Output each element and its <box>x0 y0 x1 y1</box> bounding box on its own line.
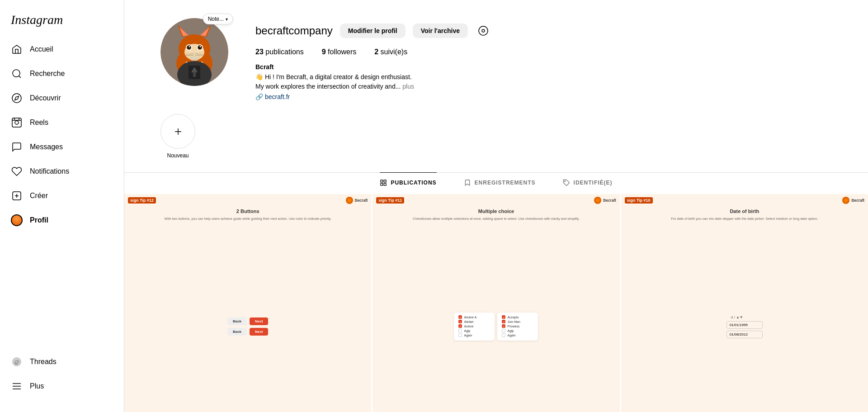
mock-back-btn2: Back <box>227 328 247 336</box>
post-title: 2 Buttons <box>124 207 371 216</box>
post-title: Date of birth <box>621 207 868 216</box>
post-author-avatar <box>594 197 601 204</box>
sidebar-item-label: Accueil <box>30 45 53 53</box>
svg-point-1 <box>12 94 21 103</box>
post-item[interactable]: sign Tip #12 Becraft 2 Buttons With two … <box>124 194 371 412</box>
post-item[interactable]: sign Tip #11 Becraft Multiple choice Che… <box>373 194 619 412</box>
post-title: Multiple choice <box>373 207 619 216</box>
post-top-bar: sign Tip #11 Becraft <box>373 194 619 207</box>
post-desc: With two buttons, you can help users ach… <box>124 216 371 222</box>
svg-point-30 <box>190 56 199 62</box>
sidebar-bottom: @ Threads Plus <box>5 350 118 407</box>
heart-icon <box>11 166 23 177</box>
archive-button[interactable]: Voir l'archive <box>413 24 468 38</box>
svg-rect-37 <box>381 180 383 182</box>
bio-more-link[interactable]: plus <box>402 83 414 90</box>
profile-bio: Bcraft 👋 Hi ! I'm Becraft, a digital cre… <box>255 63 841 100</box>
sidebar-item-discover[interactable]: Découvrir <box>5 87 118 109</box>
sidebar-item-reels[interactable]: Reels <box>5 111 118 134</box>
search-icon <box>11 68 23 80</box>
bio-name: Bcraft <box>255 63 841 71</box>
avatar-container: Note... ▾ <box>160 18 228 86</box>
sidebar-item-label: Créer <box>30 192 48 200</box>
post-content: Back Next Back Next <box>124 222 371 412</box>
post-author: Becraft <box>594 197 616 204</box>
tab-label: PUBLICATIONS <box>391 180 436 186</box>
post-author: Becraft <box>842 197 864 204</box>
avatar-icon <box>11 214 23 226</box>
publications-stat[interactable]: 23 publications <box>255 48 304 56</box>
svg-rect-39 <box>381 183 383 185</box>
app-logo[interactable]: Instagram <box>5 5 118 38</box>
sidebar-item-label: Découvrir <box>30 94 61 102</box>
hamburger-icon <box>11 380 23 392</box>
posts-grid: sign Tip #12 Becraft 2 Buttons With two … <box>124 193 868 412</box>
bio-link[interactable]: 🔗 becraft.fr <box>255 93 841 100</box>
post-card: sign Tip #11 Becraft Multiple choice Che… <box>373 194 619 412</box>
create-icon <box>11 190 23 202</box>
svg-rect-2 <box>12 118 21 127</box>
sidebar-item-more[interactable]: Plus <box>5 375 118 398</box>
mock-date-input: 01/01/1995 <box>726 321 763 329</box>
tab-enregistrements[interactable]: ENREGISTREMENTS <box>464 172 536 193</box>
sidebar-item-label: Messages <box>30 143 63 151</box>
messages-icon <box>11 141 23 153</box>
sidebar-item-notifications[interactable]: Notifications <box>5 160 118 183</box>
tab-label: ENREGISTREMENTS <box>475 180 536 186</box>
tab-publications[interactable]: PUBLICATIONS <box>380 172 436 193</box>
mock-next-btn: Next <box>250 317 268 325</box>
add-story-label: Nouveau <box>167 152 189 159</box>
sidebar-item-search[interactable]: Recherche <box>5 62 118 85</box>
tag-icon <box>563 179 570 186</box>
followers-stat[interactable]: 9 followers <box>322 48 356 56</box>
bookmark-icon <box>464 179 471 186</box>
username-row: becraftcompany Modifier le profil Voir l… <box>255 23 841 39</box>
post-tag: sign Tip #12 <box>128 197 156 204</box>
sidebar-item-label: Notifications <box>30 167 69 175</box>
post-author-name: Becraft <box>355 198 368 203</box>
link-icon: 🔗 <box>255 93 263 100</box>
post-card: sign Tip #12 Becraft 2 Buttons With two … <box>124 194 371 412</box>
profile-stats: 23 publications 9 followers 2 suivi(e)s <box>255 48 841 56</box>
svg-rect-38 <box>384 180 387 182</box>
mock-next-btn2: Next <box>250 328 268 336</box>
profile-tabs: PUBLICATIONS ENREGISTREMENTS IDENTIFIÉ(E… <box>124 172 868 193</box>
post-author-avatar <box>346 197 353 204</box>
mock-checklist-2: ✓Acceplu ✓Join Man ✓Prowess Agip Again <box>497 313 538 341</box>
mock-date-input2: 01/08/2012 <box>726 331 763 338</box>
sidebar-item-label: Recherche <box>30 70 65 78</box>
svg-text:@: @ <box>14 359 19 365</box>
post-author-name: Becraft <box>603 198 616 203</box>
post-author-name: Becraft <box>851 198 864 203</box>
post-item[interactable]: sign Tip #10 Becraft Date of birth For d… <box>621 194 868 412</box>
mock-checklist-1: ✓Aicane A ✓Aleilari ✓Acieve Agip Again <box>454 313 495 341</box>
following-stat[interactable]: 2 suivi(e)s <box>374 48 407 56</box>
edit-profile-button[interactable]: Modifier le profil <box>340 24 406 38</box>
svg-point-41 <box>564 181 565 182</box>
sidebar-item-threads[interactable]: @ Threads <box>5 350 118 373</box>
bio-line1: 👋 Hi ! I'm Becraft, a digital creator & … <box>255 72 841 82</box>
add-story-circle <box>160 114 195 149</box>
sidebar-item-home[interactable]: Accueil <box>5 38 118 61</box>
add-story[interactable]: Nouveau <box>160 114 195 159</box>
svg-point-36 <box>482 29 485 32</box>
post-author-avatar <box>842 197 849 204</box>
profile-username: becraftcompany <box>255 24 333 37</box>
sidebar-item-label: Reels <box>30 118 48 127</box>
sidebar-item-profile[interactable]: Profil <box>5 209 118 232</box>
sidebar-item-messages[interactable]: Messages <box>5 136 118 158</box>
sidebar-item-create[interactable]: Créer <box>5 185 118 207</box>
note-bubble[interactable]: Note... ▾ <box>203 14 233 24</box>
tab-identifie[interactable]: IDENTIFIÉ(E) <box>563 172 613 193</box>
main-nav: Accueil Recherche Découvrir <box>5 38 118 350</box>
post-card: sign Tip #10 Becraft Date of birth For d… <box>621 194 868 412</box>
bio-line2: My work explores the intersection of cre… <box>255 82 841 91</box>
settings-button[interactable] <box>475 23 491 39</box>
profile-info: becraftcompany Modifier le profil Voir l… <box>255 18 841 100</box>
post-content: ✓Aicane A ✓Aleilari ✓Acieve Agip Again ✓… <box>373 222 619 412</box>
compass-icon <box>11 92 23 104</box>
svg-point-35 <box>479 26 488 35</box>
tab-label: IDENTIFIÉ(E) <box>574 180 613 186</box>
main-content: Note... ▾ <box>124 0 868 412</box>
svg-rect-34 <box>193 71 196 77</box>
